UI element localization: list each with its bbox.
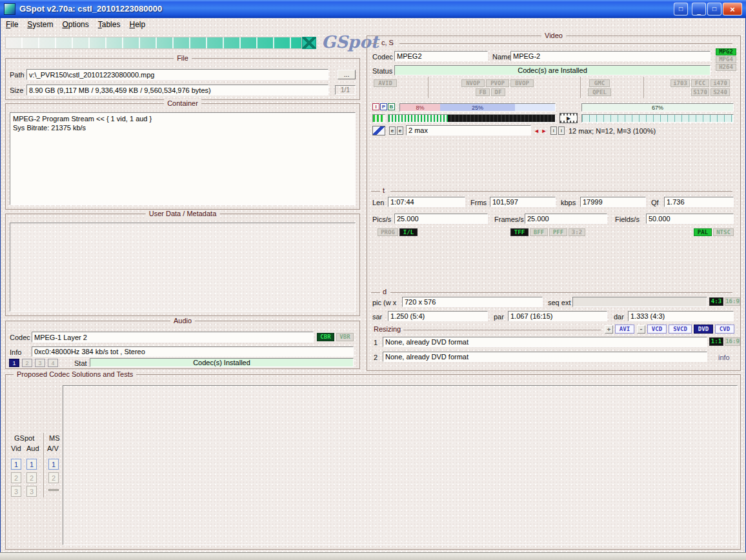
menu-tables[interactable]: Tables [94,18,125,31]
resize-cvd-button[interactable]: CVD [715,325,734,334]
container-line2: Sys Bitrate: 21375 kb/s [13,123,352,132]
d-sep-line-left [371,292,380,293]
gspot-vid-button-3[interactable]: 3 [11,486,21,497]
audio-group: Audio Codec MPEG-1 Layer 2 CBR VBR Info … [5,321,360,369]
window-title: GSpot v2.70a: cstl_20101223080000 [19,0,162,18]
gop-ruler-bar [581,114,734,123]
gop-stripe-dark [448,115,555,122]
menu-system[interactable]: System [23,18,57,31]
t-sep-line [390,191,732,192]
resize-svcd-button[interactable]: SVCD [669,325,692,334]
gspot-aud-button-3[interactable]: 3 [26,486,37,497]
gspot-window: GSpot v2.70a: cstl_20101223080000 □ _ □ … [0,0,746,560]
fields-label: Fields/s [615,215,640,224]
p-frame-icon: P [380,103,387,110]
i703-badge: i703 [670,79,690,87]
d-sep-line [390,292,732,293]
audio-track-button-1[interactable]: 1 [9,359,19,367]
resize-minus-button[interactable]: - [637,325,645,334]
stay-on-top-button[interactable]: □ [674,3,688,15]
resize-row1-value: None, already DVD format [383,337,707,347]
gradient-strip [5,37,302,49]
df-badge: DF [491,88,505,96]
restore-button[interactable]: □ [707,3,721,15]
len-value: 1:07:44 [388,197,465,207]
gspot-vid-button-2[interactable]: 2 [11,472,21,483]
video-codec-label: Codec [372,53,393,61]
browse-button[interactable]: ... [338,70,356,79]
info-link[interactable]: info [718,354,730,362]
audio-track-button-2[interactable]: 2 [22,359,32,367]
pics-label: Pics/s [372,215,391,224]
proposed-results-panel [63,385,738,545]
seqext-label: seq ext [548,299,570,307]
proposed-column-separator [43,433,44,497]
gspot-vid-button-1[interactable]: 1 [11,459,21,470]
minimize-button[interactable]: _ [692,3,706,15]
menu-options[interactable]: Options [57,18,93,31]
menu-file[interactable]: File [1,18,23,31]
flag-separator-2 [580,77,581,98]
s170-badge: S170 [691,88,709,96]
ms-av-blank-indicator [48,489,59,491]
cs-sep-line [399,43,732,44]
gop-e-icon-1: e [389,126,396,135]
sar-label: sar [372,313,382,321]
b-frame-bar: 67% [581,103,734,112]
cs-sep-line-left [371,43,379,44]
pics-value: 25.000 [394,214,488,224]
flag-separator-3 [643,77,644,98]
t-label: t [383,186,385,194]
gop-stripe-green [388,115,448,122]
gop-stripe-bar [388,114,556,123]
gspot-aud-button-1[interactable]: 1 [26,459,37,470]
pic-value: 720 x 576 [402,297,543,307]
par-value: 1.067 (16:15) [508,311,607,321]
frms-value: 101,597 [490,197,556,207]
container-group-title: Container [164,99,201,108]
ms-av-button-2[interactable]: 2 [48,472,59,483]
resize-plus-button[interactable]: + [605,325,613,334]
audio-stat-label: Stat [74,359,87,368]
flag-separator-1 [428,77,428,98]
ntsc-badge: NTSC [713,228,734,236]
gmc-badge: GMC [589,79,610,87]
i-percent: 8% [400,104,440,111]
path-label: Path [10,71,25,79]
cs-label: c, S [381,39,394,46]
s240-badge: S240 [711,88,730,96]
resize-vcd-button[interactable]: VCD [647,325,667,334]
proposed-group: Proposed Codec Solutions and Tests GSpot… [5,374,741,550]
close-button[interactable]: × [723,3,742,15]
gop-e-icon-2: e [397,126,403,135]
minimize-icon: _ [697,8,701,15]
fields-value: 50.000 [646,214,734,224]
menu-help[interactable]: Help [125,18,150,31]
audio-track-button-4[interactable]: 4 [48,359,58,367]
aud-column-label: Aud [26,445,39,453]
resize-avi-button[interactable]: AVI [615,325,634,334]
gspot-aud-button-2[interactable]: 2 [26,472,37,483]
video-name-value: MPEG-2 [510,51,711,61]
file-group: File Path v:\_PVR150\cstl_20101223080000… [5,58,360,100]
audio-track-button-3[interactable]: 3 [35,359,45,367]
resizing-sep-line [403,330,601,330]
h264-badge: H264 [716,64,736,71]
container-group: Container MPEG-2 Program Stream << { 1 v… [5,103,360,210]
par-label: par [494,313,504,321]
resize-dvd-button[interactable]: DVD [694,325,713,334]
path-input[interactable]: v:\_PVR150\cstl_20101223080000.mpg [26,69,328,80]
tff-badge: TFF [510,228,529,236]
video-status-label: Status [372,67,392,75]
resize-11-badge: 1:1 [709,337,723,346]
qf-value: 1.736 [664,197,734,207]
vbv-icon [372,126,385,135]
frame-bar-remainder [515,104,555,111]
audio-codec-label: Codec [10,334,30,342]
sar-value: 1.250 (5:4) [388,311,488,321]
video-group-title: Video [541,32,566,40]
ms-av-button-1[interactable]: 1 [48,459,59,470]
film-preview-icon[interactable]: ▶ [560,113,578,123]
i470-badge: i470 [711,79,730,87]
resize-row1-num: 1 [374,339,378,347]
